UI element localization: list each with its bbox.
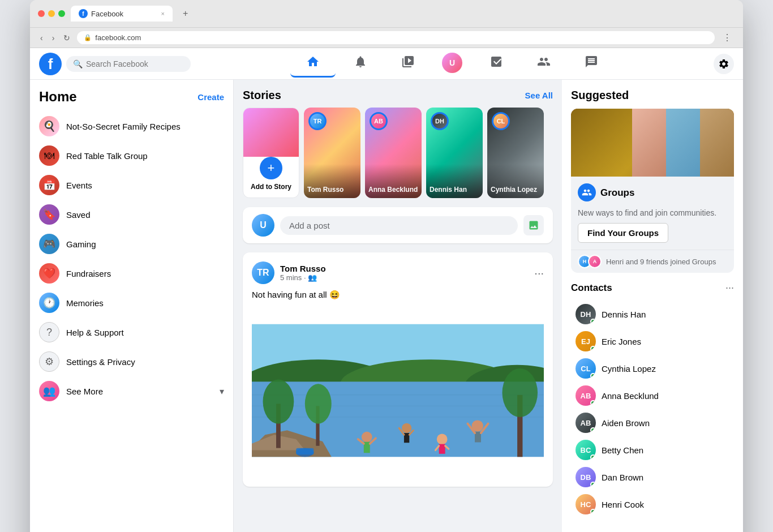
search-box[interactable]: 🔍 <box>66 56 191 72</box>
nav-notifications-icon[interactable] <box>338 50 383 78</box>
sidebar-item-see-more[interactable]: 👥 See More ▾ <box>35 376 229 406</box>
post-card: TR Tom Russo 5 mins · 👥 ··· Not havi <box>243 252 553 487</box>
story-card-tom-russo[interactable]: TR Tom Russo <box>304 108 360 198</box>
add-story-card[interactable]: + Add to Story <box>243 108 299 198</box>
tab-close-button[interactable]: × <box>161 10 165 17</box>
sidebar-item-help-support[interactable]: ? Help & Support <box>35 318 229 347</box>
nav-messenger-icon[interactable] <box>569 50 614 78</box>
contact-avatar-dan: DB <box>576 467 596 487</box>
sidebar-settings-label: Settings & Privacy <box>66 357 135 367</box>
contact-betty-chen[interactable]: BC Betty Chen <box>571 436 734 464</box>
contact-avatar-anna: AB <box>576 385 596 406</box>
new-tab-button[interactable]: + <box>178 6 192 21</box>
sidebar-saved-icon: 🔖 <box>39 204 59 225</box>
dot-red[interactable] <box>38 10 45 17</box>
contact-eric-jones[interactable]: EJ Eric Jones <box>571 328 734 355</box>
contact-avatar-henri: HC <box>576 494 596 514</box>
facebook-app: f 🔍 U <box>30 48 743 532</box>
add-story-plus-icon: + <box>260 157 282 179</box>
nav-home-icon[interactable] <box>290 50 336 78</box>
contact-name-anna: Anna Becklund <box>602 391 659 401</box>
story-card-anna-becklund[interactable]: AB Anna Becklund <box>365 108 422 198</box>
sidebar-help-label: Help & Support <box>66 328 124 337</box>
stories-title: Stories <box>243 89 281 102</box>
joined-avatar-2: A <box>588 255 602 268</box>
contact-cynthia-lopez[interactable]: CL Cynthia Lopez <box>571 355 734 382</box>
suggested-person-2 <box>666 109 700 177</box>
contact-online-indicator <box>590 373 596 379</box>
story-card-dennis-han[interactable]: DH Dennis Han <box>426 108 483 198</box>
nav-icons-group: U <box>195 50 709 78</box>
sidebar-header: Home Create <box>35 89 229 111</box>
post-more-button[interactable]: ··· <box>534 267 544 280</box>
story-avatar-anna: AB <box>370 112 388 130</box>
stories-row: + Add to Story TR Tom Russo <box>243 108 553 198</box>
sidebar-saved-label: Saved <box>66 210 91 220</box>
settings-button[interactable] <box>714 54 734 74</box>
contact-avatar-dennis: DH <box>576 304 596 324</box>
forward-button[interactable]: › <box>50 32 57 44</box>
nav-watch-icon[interactable] <box>385 50 431 78</box>
contact-henri-cook[interactable]: HC Henri Cook <box>571 491 734 518</box>
contact-online-indicator <box>590 319 596 324</box>
sidebar-item-fundraisers[interactable]: ❤️ Fundraisers <box>35 259 229 288</box>
post-author-name[interactable]: Tom Russo <box>280 264 326 273</box>
suggested-image <box>571 109 734 177</box>
contact-anna-becklund[interactable]: AB Anna Becklund <box>571 382 734 409</box>
sidebar-item-memories[interactable]: 🕐 Memories <box>35 288 229 318</box>
contact-online-indicator <box>590 400 596 406</box>
sidebar-item-events[interactable]: 📅 Events <box>35 170 229 200</box>
stories-see-all-button[interactable]: See All <box>525 91 553 100</box>
svg-point-28 <box>437 434 448 445</box>
sidebar-item-family-recipes[interactable]: 🍳 Not-So-Secret Family Recipes <box>35 111 229 141</box>
post-photo-button[interactable] <box>523 215 544 235</box>
sidebar-item-saved[interactable]: 🔖 Saved <box>35 200 229 229</box>
suggested-card-desc: New ways to find and join communities. <box>578 208 727 217</box>
nav-groups-icon[interactable] <box>521 50 566 78</box>
story-card-cynthia-lopez[interactable]: CL Cynthia Lopez <box>487 108 544 198</box>
sidebar-item-settings-privacy[interactable]: ⚙ Settings & Privacy <box>35 347 229 376</box>
post-time: 5 mins <box>280 273 302 282</box>
composer-avatar: U <box>252 214 274 237</box>
contact-name-eric: Eric Jones <box>602 337 641 346</box>
nav-marketplace-icon[interactable] <box>474 50 519 78</box>
find-groups-button[interactable]: Find Your Groups <box>578 223 668 243</box>
create-button[interactable]: Create <box>197 92 224 102</box>
contact-dan-brown[interactable]: DB Dan Brown <box>571 464 734 491</box>
search-icon: 🔍 <box>73 59 83 68</box>
contacts-title: Contacts <box>571 282 612 294</box>
post-shared-icon: · 👥 <box>304 273 317 282</box>
nav-profile-avatar[interactable]: U <box>433 50 471 77</box>
refresh-button[interactable]: ↻ <box>61 32 72 44</box>
contact-online-indicator <box>590 509 596 514</box>
contact-online-indicator <box>590 454 596 460</box>
post-author-details: Tom Russo 5 mins · 👥 <box>280 264 326 282</box>
contact-avatar-eric: EJ <box>576 331 596 351</box>
contact-dennis-han[interactable]: DH Dennis Han <box>571 301 734 328</box>
browser-more-button[interactable]: ⋮ <box>719 31 735 44</box>
contact-aiden-brown[interactable]: AB Aiden Brown <box>571 409 734 436</box>
browser-addressbar: ‹ › ↻ 🔒 facebook.com ⋮ <box>30 28 743 48</box>
sidebar-red-table-icon: 🍽 <box>39 145 59 166</box>
suggested-person-1 <box>632 109 666 177</box>
sidebar-settings-icon: ⚙ <box>39 351 59 372</box>
sidebar-item-gaming[interactable]: 🎮 Gaming <box>35 229 229 259</box>
back-button[interactable]: ‹ <box>38 32 45 44</box>
post-input[interactable]: Add a post <box>280 216 518 235</box>
sidebar-item-red-table-talk[interactable]: 🍽 Red Table Talk Group <box>35 141 229 170</box>
dot-green[interactable] <box>58 10 65 17</box>
browser-tab[interactable]: f Facebook × <box>71 6 173 22</box>
sidebar-see-more-label: See More <box>66 387 103 396</box>
contacts-more-button[interactable]: ··· <box>725 282 734 294</box>
top-navigation: f 🔍 U <box>30 48 743 80</box>
joined-avatars: H A <box>578 255 602 268</box>
sidebar-red-table-label: Red Table Talk Group <box>66 151 148 161</box>
search-input[interactable] <box>86 59 184 68</box>
sidebar-memories-label: Memories <box>66 298 104 308</box>
sidebar-gaming-label: Gaming <box>66 239 96 249</box>
suggested-joined-info: H A Henri and 9 friends joined Groups <box>571 250 734 273</box>
url-bar[interactable]: 🔒 facebook.com <box>77 31 715 44</box>
url-text: facebook.com <box>95 33 141 42</box>
story-avatar-dennis: DH <box>431 112 449 130</box>
dot-yellow[interactable] <box>48 10 55 17</box>
